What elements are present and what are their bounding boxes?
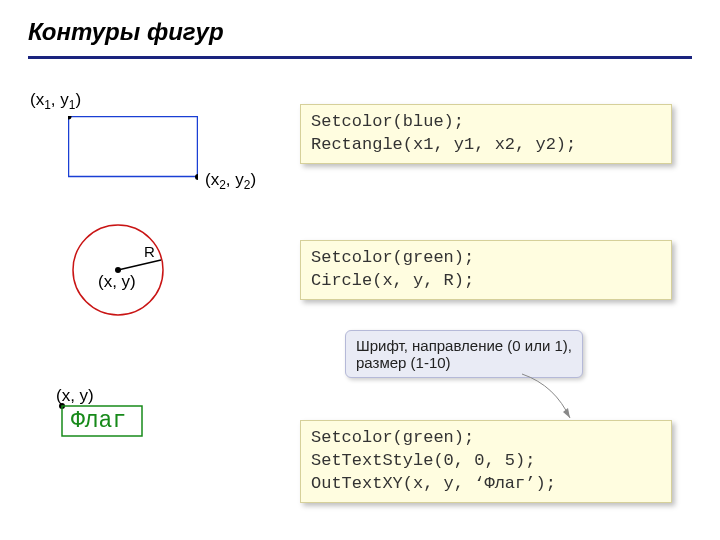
rect-tl-open: (x [30, 90, 44, 109]
svg-line-5 [118, 260, 161, 270]
rect-br-close: ) [250, 170, 256, 189]
circle-radius-label: R [144, 243, 155, 260]
rect-tl-close: ) [75, 90, 81, 109]
rect-br-sub1: 2 [219, 178, 226, 192]
code-circle-line2: Circle(x, y, R); [311, 271, 474, 290]
circle-center-label: (x, y) [98, 272, 136, 292]
rect-br-mid: , y [226, 170, 244, 189]
page-title: Контуры фигур [28, 18, 224, 46]
rect-tl-sub1: 1 [44, 98, 51, 112]
code-rectangle: Setcolor(blue); Rectangle(x1, y1, x2, y2… [300, 104, 672, 164]
rect-tl-label: (x1, y1) [30, 90, 81, 112]
circle-diagram [68, 220, 168, 320]
code-text-line1: Setcolor(green); [311, 428, 474, 447]
callout-textstyle: Шрифт, направление (0 или 1), размер (1-… [345, 330, 583, 378]
svg-marker-8 [563, 408, 570, 418]
rect-br-open: (x [205, 170, 219, 189]
svg-point-2 [195, 174, 198, 180]
svg-point-1 [68, 116, 72, 120]
code-circle-line1: Setcolor(green); [311, 248, 474, 267]
title-underline [28, 56, 692, 59]
rect-br-label: (x2, y2) [205, 170, 256, 192]
code-text-line2: SetTextStyle(0, 0, 5); [311, 451, 535, 470]
code-circle: Setcolor(green); Circle(x, y, R); [300, 240, 672, 300]
code-rect-line2: Rectangle(x1, y1, x2, y2); [311, 135, 576, 154]
code-outtext: Setcolor(green); SetTextStyle(0, 0, 5); … [300, 420, 672, 503]
code-rect-line1: Setcolor(blue); [311, 112, 464, 131]
code-text-line3: OutTextXY(x, y, ‘Флаг’); [311, 474, 556, 493]
rect-tl-mid: , y [51, 90, 69, 109]
rectangle-diagram [68, 116, 198, 184]
callout-pointer [520, 372, 580, 422]
callout-line1: Шрифт, направление (0 или 1), [356, 337, 572, 354]
text-demo-word: Флаг [71, 408, 126, 434]
callout-line2: размер (1-10) [356, 354, 572, 371]
svg-rect-0 [69, 117, 198, 177]
